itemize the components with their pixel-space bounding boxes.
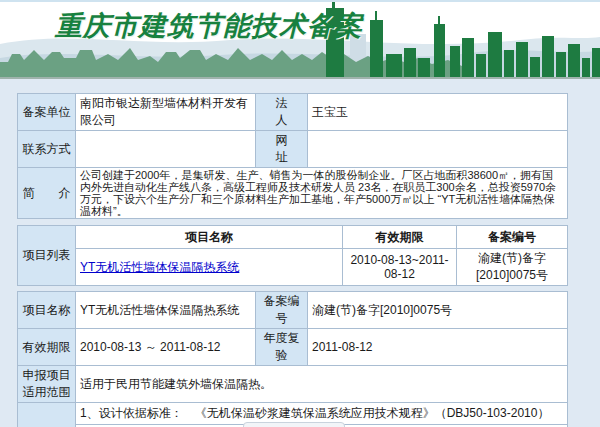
scope-label: 申报项目适用范围 <box>18 366 76 403</box>
contact-label: 联系方式 <box>18 131 76 168</box>
project-detail-table: 项目名称 YT无机活性墙体保温隔热系统 备案编号 渝建(节)备字[2010]00… <box>17 291 568 427</box>
website-value <box>308 131 568 168</box>
legal-person-value: 王宝玉 <box>308 94 568 131</box>
project-list-table: 项目列表 项目名称 有效期限 备案编号 YT无机活性墙体保温隔热系统 2010-… <box>17 225 568 286</box>
filing-record: 备案单位 南阳市银达新型墙体材料开发有限公司 法 人 王宝玉 联系方式 网 址 … <box>17 93 567 427</box>
table-row: 简 介 公司创建于2000年，是集研发、生产、销售为一体的股份制企业。厂区占地面… <box>18 168 568 219</box>
project-name-label: 项目名称 <box>18 292 76 329</box>
standard-text: 1、设计依据标准： 《无机保温砂浆建筑保温系统应用技术规程》（DBJ50-103… <box>80 406 563 422</box>
intro-value: 公司创建于2000年，是集研发、生产、销售为一体的股份制企业。厂区占地面积386… <box>76 168 568 219</box>
legal-person-label: 法 人 <box>256 94 308 131</box>
table-row: 有效期限 2010-08-13 ～ 2011-08-12 年度复验 2011-0… <box>18 329 568 366</box>
scope-value: 适用于民用节能建筑外墙保温隔热。 <box>76 366 568 403</box>
project-list-label: 项目列表 <box>18 226 76 286</box>
record-number-value: 渝建(节)备字[2010]0075号 <box>308 292 568 329</box>
table-row: 备案单位 南阳市银达新型墙体材料开发有限公司 法 人 王宝玉 <box>18 94 568 131</box>
valid-period-label: 有效期限 <box>18 329 76 366</box>
page-title: 重庆市建筑节能技术备案 <box>55 8 363 44</box>
project-period-cell: 2010-08-13~2011-08-12 <box>343 249 457 286</box>
filing-unit-label: 备案单位 <box>18 94 76 131</box>
column-header-name: 项目名称 <box>76 226 343 249</box>
bottom-button-sliver[interactable] <box>243 422 345 427</box>
contact-value <box>76 131 256 168</box>
annual-review-label: 年度复验 <box>256 329 308 366</box>
table-row: 项目列表 项目名称 有效期限 备案编号 <box>18 226 568 249</box>
project-name-link[interactable]: YT无机活性墙体保温隔热系统 <box>80 260 239 274</box>
company-info-table: 备案单位 南阳市银达新型墙体材料开发有限公司 法 人 王宝玉 联系方式 网 址 … <box>17 93 568 219</box>
project-name-value: YT无机活性墙体保温隔热系统 <box>76 292 256 329</box>
project-number-cell: 渝建(节)备字[2010]0075号 <box>457 249 568 286</box>
page-banner: 重庆市建筑节能技术备案 <box>0 0 600 77</box>
annual-review-value: 2011-08-12 <box>308 329 568 366</box>
table-row: YT无机活性墙体保温隔热系统 2010-08-13~2011-08-12 渝建(… <box>18 249 568 286</box>
project-link-cell: YT无机活性墙体保温隔热系统 <box>76 249 343 286</box>
table-row: 项目名称 YT无机活性墙体保温隔热系统 备案编号 渝建(节)备字[2010]00… <box>18 292 568 329</box>
website-label: 网 址 <box>256 131 308 168</box>
intro-label: 简 介 <box>18 168 76 219</box>
table-row: 申报项目适用范围 适用于民用节能建筑外墙保温隔热。 <box>18 366 568 403</box>
column-header-period: 有效期限 <box>343 226 457 249</box>
standards-label: 申报项目执行标准 <box>18 403 76 427</box>
valid-period-value: 2010-08-13 ～ 2011-08-12 <box>76 329 256 366</box>
table-row: 联系方式 网 址 <box>18 131 568 168</box>
column-header-number: 备案编号 <box>457 226 568 249</box>
intro-text: 公司创建于2000年，是集研发、生产、销售为一体的股份制企业。厂区占地面积386… <box>80 169 563 217</box>
record-number-label: 备案编号 <box>256 292 308 329</box>
filing-unit-value: 南阳市银达新型墙体材料开发有限公司 <box>76 94 256 131</box>
